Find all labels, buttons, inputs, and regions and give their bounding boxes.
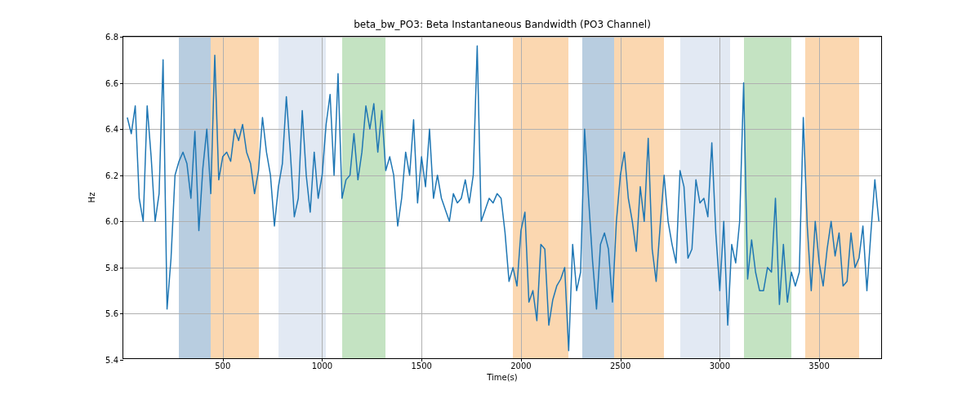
y-tick-label: 5.8 <box>105 263 118 272</box>
plot-area <box>123 37 881 358</box>
line-series <box>123 37 881 358</box>
x-tick-label: 3500 <box>808 361 829 370</box>
y-tick-label: 5.4 <box>105 356 118 365</box>
axes: 500100015002000250030003500 5.45.65.86.0… <box>122 36 882 359</box>
x-tick-label: 2000 <box>510 361 531 370</box>
x-tick-label: 1500 <box>411 361 431 370</box>
y-tick-label: 6.4 <box>105 125 118 134</box>
x-tick-label: 500 <box>215 361 230 370</box>
y-tick-label: 6.2 <box>105 171 118 180</box>
y-tick-label: 6.0 <box>105 217 118 226</box>
x-tick-label: 3000 <box>710 361 730 370</box>
figure: 500100015002000250030003500 5.45.65.86.0… <box>0 0 980 408</box>
chart-title: beta_bw_PO3: Beta Instantaneous Bandwidt… <box>354 19 651 30</box>
y-tick-label: 6.6 <box>105 78 118 87</box>
x-axis-label: Time(s) <box>487 373 518 382</box>
x-tick-label: 1000 <box>312 361 332 370</box>
y-tick-label: 6.8 <box>105 33 118 42</box>
y-tick-label: 5.6 <box>105 309 118 318</box>
y-axis-label: Hz <box>87 193 96 203</box>
x-tick-label: 2500 <box>610 361 630 370</box>
